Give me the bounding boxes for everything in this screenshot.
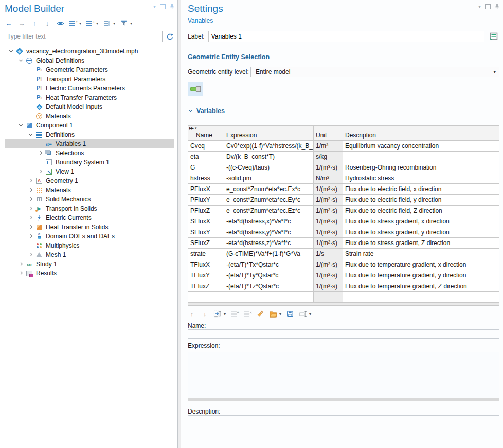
tree-collapsed-chevron-icon[interactable] (18, 270, 25, 276)
tree-item-component-1[interactable]: Component 1 (5, 121, 174, 130)
float-window-icon[interactable] (160, 4, 166, 9)
variable-description-cell[interactable]: Equilibrium vacancy concentration (343, 141, 499, 152)
tree-collapsed-chevron-icon[interactable] (28, 206, 34, 212)
variable-name-cell[interactable]: eta (188, 152, 224, 162)
variable-name-cell[interactable]: G (188, 162, 224, 173)
move-up-button[interactable]: ↑ (30, 19, 39, 27)
tree-item-default-model-inputs[interactable]: Default Model Inputs (5, 102, 174, 111)
tree-collapsed-chevron-icon[interactable] (28, 215, 34, 221)
variable-description-cell[interactable]: Flux due to temperature gradient, x dire… (343, 259, 499, 270)
variable-description-cell[interactable]: Flux due to electric field, y direction (343, 195, 499, 206)
tree-expanded-chevron-icon[interactable] (28, 132, 34, 138)
variable-name-cell[interactable]: SFluxX (188, 216, 224, 227)
tree-item-electric-currents-parameters[interactable]: PiElectric Currents Parameters (5, 84, 174, 93)
section-title-variables[interactable]: Variables (188, 107, 499, 115)
variable-description-cell[interactable] (343, 292, 499, 303)
variable-expression-cell[interactable]: (G-cTIME)*Va*f+(1-f)*G*Va (224, 249, 314, 259)
move-down-button[interactable]: ↓ (201, 310, 209, 318)
filter-input[interactable] (5, 31, 163, 42)
move-to-button[interactable]: ▾ (213, 310, 226, 318)
variable-name-cell[interactable]: PFluxX (188, 184, 224, 195)
variable-name-cell[interactable] (188, 292, 224, 303)
settings-breadcrumb[interactable]: Variables (188, 17, 213, 24)
clear-button[interactable] (256, 310, 264, 318)
column-header-name[interactable]: ▶▶▾Name (188, 126, 224, 141)
column-header-expression[interactable]: Expression (224, 126, 314, 141)
tree-item-definitions[interactable]: Definitions (5, 130, 174, 139)
variable-expression-cell[interactable]: -eta*d(hstress,x)*Va*f*c (224, 216, 314, 227)
fast-forward-icon[interactable]: ▶▶▾ (189, 126, 197, 130)
variable-name-cell[interactable]: Cveq (188, 141, 224, 152)
label-input[interactable] (208, 31, 484, 42)
expression-textarea[interactable] (188, 352, 499, 401)
save-button[interactable] (286, 310, 294, 318)
float-window-icon[interactable] (485, 4, 491, 9)
tree-collapsed-chevron-icon[interactable] (28, 187, 34, 193)
variable-description-cell[interactable]: Flux due to electric field, x direction (343, 184, 499, 195)
tree-collapsed-chevron-icon[interactable] (38, 150, 44, 156)
add-row-button[interactable]: + (230, 310, 239, 318)
tree-item-boundary-system-1[interactable]: Boundary System 1 (5, 158, 174, 167)
variable-name-cell[interactable]: strate (188, 249, 224, 259)
variable-name-cell[interactable]: PFluxY (188, 195, 224, 206)
variable-expression-cell[interactable]: -(eta/T)*Ty*Qstar*c (224, 270, 314, 281)
table-horizontal-scrollbar[interactable] (188, 303, 499, 306)
filter-button[interactable]: ▾ (120, 19, 132, 27)
delete-row-button[interactable]: × (243, 310, 252, 318)
variable-description-cell[interactable]: Flux due to stress gradient, y direction (343, 227, 499, 238)
pin-icon[interactable] (495, 3, 499, 10)
variable-description-cell[interactable]: Flux due to stress gradient, x direction (343, 216, 499, 227)
variable-name-cell[interactable]: TFluxX (188, 259, 224, 270)
refresh-icon[interactable] (165, 32, 174, 41)
active-selection-toggle-button[interactable] (188, 82, 203, 96)
back-arrow-button[interactable]: ← (5, 19, 13, 27)
tree-item-materials[interactable]: Materials (5, 111, 174, 121)
forward-arrow-button[interactable]: → (17, 19, 26, 27)
panel-menu-icon[interactable]: ▾ (478, 4, 481, 9)
variable-name-cell[interactable]: hstress (188, 173, 224, 184)
variable-name-cell[interactable]: SFluxY (188, 227, 224, 238)
variable-expression-cell[interactable]: -eta*d(hstress,z)*Va*f*c (224, 238, 314, 249)
tree-item-view-1[interactable]: View 1 (5, 167, 174, 176)
tree-expanded-chevron-icon[interactable] (18, 58, 25, 64)
tree-item-global-definitions[interactable]: Global Definitions (5, 56, 174, 65)
variable-description-cell[interactable]: Hydrostatic stress (343, 173, 499, 184)
variable-expression-cell[interactable]: e_const*Znum*eta*ec.Ex*c (224, 184, 314, 195)
variable-expression-cell[interactable]: -(eta/T)*Tx*Qstar*c (224, 259, 314, 270)
variable-description-cell[interactable] (343, 152, 499, 162)
column-header-description[interactable]: Description (343, 126, 499, 141)
expand-all-button[interactable]: ↑▾ (69, 19, 81, 27)
tree-item-multiphysics[interactable]: Multiphysics (5, 241, 174, 250)
tree-item-selections[interactable]: Selections (5, 148, 174, 158)
tree-item-variables-1[interactable]: a=Variables 1 (5, 139, 174, 148)
variable-name-cell[interactable]: TFluxY (188, 270, 224, 281)
tree-expanded-chevron-icon[interactable] (8, 48, 15, 54)
tree-item-electric-currents[interactable]: Electric Currents (5, 213, 174, 222)
move-down-button[interactable]: ↓ (43, 19, 51, 27)
variable-expression-cell[interactable]: e_const*Znum*eta*ec.Ey*c (224, 195, 314, 206)
variable-expression-cell[interactable]: e_const*Znum*eta*ec.Ez*c (224, 206, 314, 216)
label-form-icon-button[interactable] (488, 31, 499, 42)
node-text-button[interactable]: ▾ (103, 19, 115, 27)
load-button[interactable]: ▾ (269, 310, 281, 318)
tree-item-mesh-1[interactable]: Mesh 1 (5, 250, 174, 259)
show-button[interactable] (56, 19, 64, 27)
variable-expression-cell[interactable]: -(eta/T)*Tz*Qstar*c (224, 281, 314, 292)
description-input[interactable] (188, 415, 499, 424)
variable-description-cell[interactable]: Flux due to temperature gradient, y dire… (343, 270, 499, 281)
move-up-button[interactable]: ↑ (188, 310, 196, 318)
variable-description-cell[interactable]: Flux due to electric field, Z direction (343, 206, 499, 216)
tree-item-geometric-parameters[interactable]: PiGeometric Parameters (5, 65, 174, 74)
panel-menu-icon[interactable]: ▾ (153, 4, 156, 9)
variable-description-cell[interactable]: Strain rate (343, 249, 499, 259)
collapse-all-button[interactable]: ↓▾ (86, 19, 98, 27)
tree-expanded-chevron-icon[interactable] (18, 122, 25, 128)
tree-item-study-1[interactable]: ∞Study 1 (5, 259, 174, 269)
tree-item-results[interactable]: Results (5, 269, 174, 278)
variable-description-cell[interactable]: Flux due to stress gradient, Z direction (343, 238, 499, 249)
tree-item-materials[interactable]: Materials (5, 185, 174, 195)
variable-name-cell[interactable]: PFluxZ (188, 206, 224, 216)
tree-collapsed-chevron-icon[interactable] (38, 169, 44, 175)
variable-description-cell[interactable]: Flux due to temperature gradient, Z dire… (343, 281, 499, 292)
name-input[interactable] (188, 329, 499, 339)
